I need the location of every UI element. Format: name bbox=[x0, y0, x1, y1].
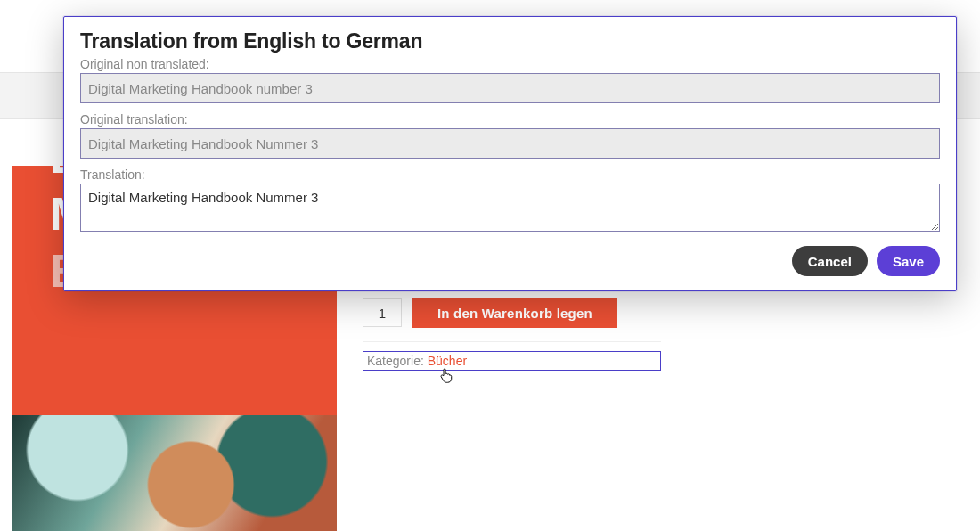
save-button[interactable]: Save bbox=[877, 246, 940, 276]
original-non-translated-label: Original non translated: bbox=[80, 57, 940, 71]
category-label: Kategorie: bbox=[367, 354, 428, 368]
quantity-input[interactable] bbox=[363, 298, 402, 327]
cover-artwork bbox=[12, 415, 337, 531]
original-translation-label: Original translation: bbox=[80, 112, 940, 127]
translation-textarea[interactable]: Digital Marketing Handbook Nummer 3 bbox=[80, 184, 940, 232]
cancel-button[interactable]: Cancel bbox=[792, 246, 868, 276]
original-translation-input bbox=[80, 128, 940, 159]
add-to-cart-button[interactable]: In den Warenkorb legen bbox=[412, 298, 617, 328]
original-non-translated-input bbox=[80, 73, 940, 103]
category-link[interactable]: Bücher bbox=[428, 354, 467, 368]
translation-label: Translation: bbox=[80, 167, 940, 182]
category-highlight-box[interactable]: Kategorie: Bücher bbox=[363, 351, 661, 371]
translation-modal: Translation from English to German Origi… bbox=[63, 16, 957, 291]
purchase-row: In den Warenkorb legen bbox=[363, 298, 617, 328]
product-meta: Kategorie: Bücher bbox=[363, 341, 661, 371]
modal-title: Translation from English to German bbox=[80, 29, 940, 53]
modal-footer: Cancel Save bbox=[80, 246, 940, 276]
